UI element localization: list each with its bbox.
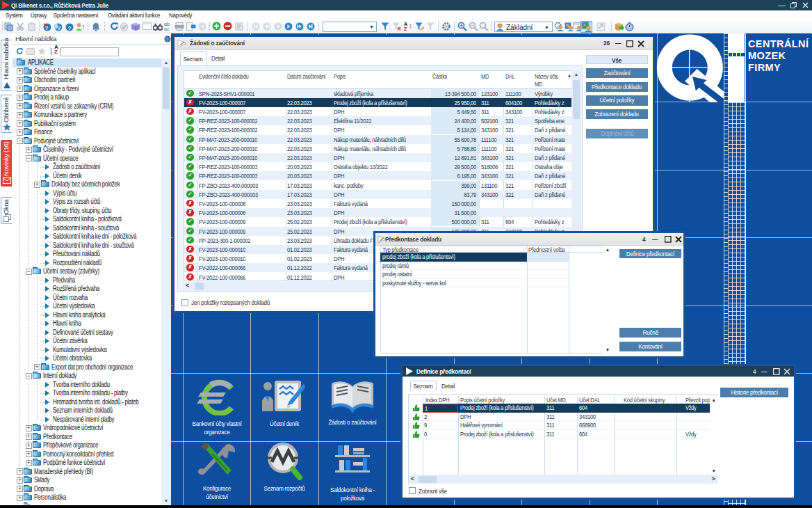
svg-text:?: ? <box>68 25 72 31</box>
svg-text:?: ? <box>82 24 84 30</box>
svg-text:?: ? <box>45 25 49 31</box>
svg-text:?: ? <box>58 25 61 31</box>
